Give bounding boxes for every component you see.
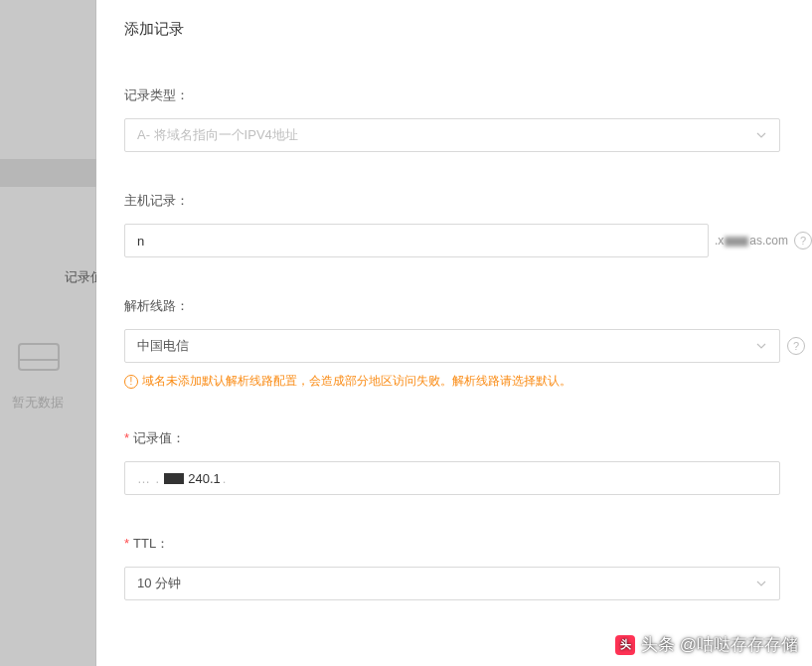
add-record-modal: 添加记录 记录类型： A- 将域名指向一个IPV4地址 主机记录： n .xas… (96, 0, 812, 666)
required-asterisk: * (124, 430, 129, 445)
record-type-select[interactable]: A- 将域名指向一个IPV4地址 (124, 118, 780, 152)
record-value-value: … . 240.1 . (137, 471, 227, 486)
field-record-type: 记录类型： A- 将域名指向一个IPV4地址 (124, 86, 812, 152)
watermark: 头 头条 @咕哒存存存储 (615, 633, 798, 656)
ttl-label: *TTL： (124, 535, 812, 553)
host-record-value: n (137, 234, 144, 249)
record-type-value: A- 将域名指向一个IPV4地址 (137, 126, 298, 144)
record-type-label: 记录类型： (124, 86, 812, 104)
modal-title: 添加记录 (124, 20, 812, 39)
help-icon[interactable]: ? (787, 337, 805, 355)
watermark-logo-icon: 头 (615, 635, 635, 655)
host-record-suffix: .xas.com (715, 234, 788, 248)
chevron-down-icon (755, 129, 767, 141)
field-host-record: 主机记录： n .xas.com ? (124, 192, 812, 257)
ttl-select[interactable]: 10 分钟 (124, 567, 780, 600)
record-value-input[interactable]: … . 240.1 . (124, 461, 780, 495)
resolve-line-value: 中国电信 (137, 337, 189, 355)
help-icon[interactable]: ? (794, 232, 812, 250)
resolve-line-select[interactable]: 中国电信 (124, 329, 780, 363)
field-ttl: *TTL： 10 分钟 (124, 535, 812, 600)
chevron-down-icon (755, 578, 767, 589)
warning-icon: ! (124, 375, 138, 389)
resolve-line-warning: ! 域名未添加默认解析线路配置，会造成部分地区访问失败。解析线路请选择默认。 (124, 373, 812, 390)
field-record-value: *记录值： … . 240.1 . (124, 429, 812, 495)
record-value-label: *记录值： (124, 429, 812, 447)
host-record-label: 主机记录： (124, 192, 812, 210)
host-record-input[interactable]: n (124, 224, 709, 257)
chevron-down-icon (755, 340, 767, 352)
resolve-line-label: 解析线路： (124, 297, 812, 315)
required-asterisk: * (124, 536, 129, 551)
field-resolve-line: 解析线路： 中国电信 ? ! 域名未添加默认解析线路配置，会造成部分地区访问失败… (124, 297, 812, 390)
modal-backdrop[interactable] (0, 0, 96, 666)
ttl-value: 10 分钟 (137, 575, 181, 592)
